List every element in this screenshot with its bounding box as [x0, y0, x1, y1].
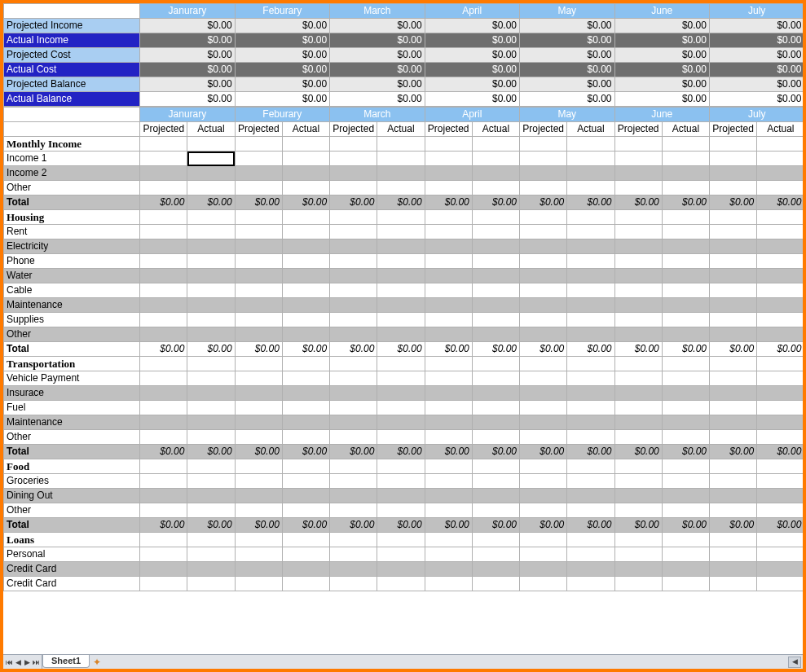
data-cell[interactable] — [425, 225, 472, 239]
data-cell[interactable] — [235, 166, 282, 181]
data-cell[interactable] — [377, 386, 425, 401]
data-cell[interactable] — [187, 254, 235, 269]
data-cell[interactable] — [757, 298, 803, 313]
data-cell[interactable] — [567, 313, 614, 327]
data-cell[interactable] — [187, 547, 235, 562]
data-cell[interactable] — [140, 533, 187, 547]
total-value[interactable]: $0.00 — [330, 518, 377, 533]
data-cell[interactable] — [425, 577, 472, 591]
line-item-label[interactable]: Credit Card — [4, 562, 140, 577]
data-cell[interactable] — [757, 327, 803, 342]
data-cell[interactable] — [472, 225, 519, 239]
total-value[interactable]: $0.00 — [614, 445, 662, 459]
data-cell[interactable] — [520, 357, 567, 371]
summary-label[interactable]: Actual Income — [4, 33, 140, 48]
data-cell[interactable] — [282, 152, 329, 166]
data-cell[interactable] — [187, 371, 235, 386]
data-cell[interactable] — [520, 137, 567, 152]
data-cell[interactable] — [710, 533, 757, 547]
line-item-label[interactable]: Cable — [4, 283, 140, 298]
month-header[interactable]: June — [614, 4, 709, 19]
summary-value[interactable]: $0.00 — [235, 63, 329, 77]
summary-value[interactable]: $0.00 — [425, 48, 519, 63]
data-cell[interactable] — [757, 430, 803, 445]
detail-month-header[interactable]: June — [614, 108, 709, 122]
data-cell[interactable] — [472, 474, 519, 489]
data-cell[interactable] — [282, 547, 329, 562]
summary-value[interactable]: $0.00 — [709, 48, 803, 63]
data-cell[interactable] — [187, 503, 235, 518]
data-cell[interactable] — [425, 254, 472, 269]
subheader-projected[interactable]: Projected — [330, 122, 377, 137]
data-cell[interactable] — [710, 181, 757, 195]
data-cell[interactable] — [472, 459, 519, 474]
line-item-label[interactable]: Other — [4, 503, 140, 518]
subheader-actual[interactable]: Actual — [282, 122, 329, 137]
line-item-label[interactable]: Phone — [4, 254, 140, 269]
data-cell[interactable] — [282, 503, 329, 518]
month-header[interactable]: March — [330, 4, 425, 19]
data-cell[interactable] — [330, 181, 377, 195]
total-value[interactable]: $0.00 — [235, 195, 282, 210]
data-cell[interactable] — [282, 401, 329, 415]
data-cell[interactable] — [662, 474, 709, 489]
data-cell[interactable] — [140, 327, 187, 342]
data-cell[interactable] — [330, 577, 377, 591]
data-cell[interactable] — [520, 533, 567, 547]
data-cell[interactable] — [425, 283, 472, 298]
month-header[interactable]: May — [520, 4, 614, 19]
line-item-label[interactable]: Personal — [4, 547, 140, 562]
data-cell[interactable] — [425, 269, 472, 283]
data-cell[interactable] — [425, 415, 472, 430]
subheader-actual[interactable]: Actual — [187, 122, 235, 137]
subheader-projected[interactable]: Projected — [520, 122, 567, 137]
data-cell[interactable] — [140, 386, 187, 401]
data-cell[interactable] — [472, 152, 519, 166]
data-cell[interactable] — [282, 298, 329, 313]
data-cell[interactable] — [757, 503, 803, 518]
data-cell[interactable] — [472, 547, 519, 562]
data-cell[interactable] — [567, 137, 614, 152]
data-cell[interactable] — [282, 137, 329, 152]
data-cell[interactable] — [710, 210, 757, 225]
summary-value[interactable]: $0.00 — [330, 92, 425, 107]
data-cell[interactable] — [282, 415, 329, 430]
line-item-label[interactable]: Maintenance — [4, 298, 140, 313]
data-cell[interactable] — [567, 181, 614, 195]
data-cell[interactable] — [662, 313, 709, 327]
data-cell[interactable] — [662, 327, 709, 342]
data-cell[interactable] — [377, 503, 425, 518]
data-cell[interactable] — [282, 269, 329, 283]
data-cell[interactable] — [614, 166, 662, 181]
subheader-actual[interactable]: Actual — [567, 122, 614, 137]
detail-month-header[interactable]: March — [330, 108, 425, 122]
summary-value[interactable]: $0.00 — [520, 77, 614, 92]
detail-month-header[interactable]: Janurary — [140, 108, 235, 122]
data-cell[interactable] — [757, 415, 803, 430]
summary-value[interactable]: $0.00 — [614, 77, 709, 92]
data-cell[interactable] — [235, 371, 282, 386]
data-cell[interactable] — [330, 254, 377, 269]
data-cell[interactable] — [235, 386, 282, 401]
summary-label[interactable]: Projected Cost — [4, 48, 140, 63]
data-cell[interactable] — [425, 562, 472, 577]
data-cell[interactable] — [520, 181, 567, 195]
total-value[interactable]: $0.00 — [710, 195, 757, 210]
data-cell[interactable] — [425, 357, 472, 371]
data-cell[interactable] — [710, 430, 757, 445]
total-label[interactable]: Total — [4, 518, 140, 533]
data-cell[interactable] — [757, 357, 803, 371]
summary-value[interactable]: $0.00 — [235, 48, 329, 63]
data-cell[interactable] — [757, 137, 803, 152]
data-cell[interactable] — [330, 313, 377, 327]
total-value[interactable]: $0.00 — [330, 445, 377, 459]
data-cell[interactable] — [614, 181, 662, 195]
data-cell[interactable] — [614, 415, 662, 430]
data-cell[interactable] — [235, 577, 282, 591]
total-value[interactable]: $0.00 — [140, 195, 187, 210]
month-header[interactable]: April — [425, 4, 519, 19]
data-cell[interactable] — [567, 401, 614, 415]
data-cell[interactable] — [567, 415, 614, 430]
data-cell[interactable] — [425, 386, 472, 401]
summary-value[interactable]: $0.00 — [140, 77, 235, 92]
